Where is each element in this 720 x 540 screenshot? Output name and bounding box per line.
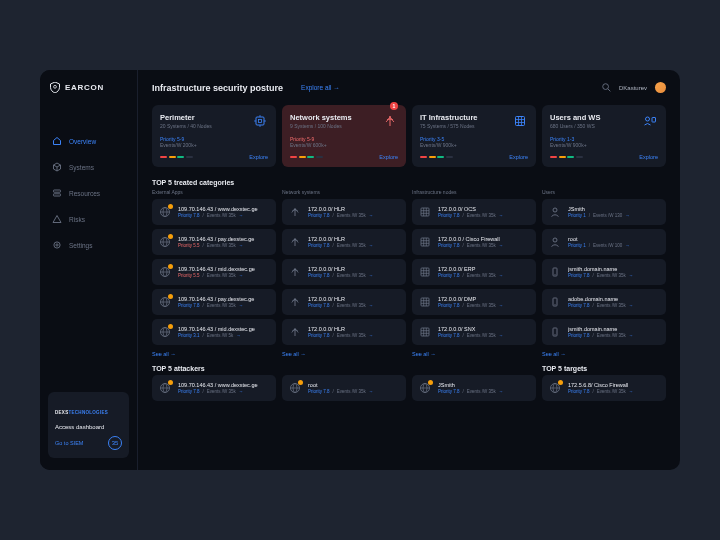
svg-line-6 bbox=[608, 89, 611, 92]
go-to-siem-link[interactable]: Go to SIEM bbox=[55, 440, 83, 446]
posture-cards: Perimeter 20 Systems / 40 Nodes Priority… bbox=[152, 105, 666, 167]
list-item[interactable]: 172.0.0.0/ SNX Priority 7.8 / Events /W … bbox=[412, 319, 536, 345]
arrow-icon: → bbox=[629, 389, 634, 394]
item-title: JSmith bbox=[438, 382, 530, 388]
alert-dot bbox=[168, 204, 173, 209]
item-meta: Priority 7.8 / Events /W 35k → bbox=[308, 389, 400, 394]
item-priority: Priority 3.1 bbox=[178, 333, 200, 338]
list-item[interactable]: 172.0.0.0/ HLR Priority 7.8 / Events /W … bbox=[282, 199, 406, 225]
item-meta: Priority 7.8 / Events /W 35k → bbox=[438, 333, 530, 338]
svg-point-20 bbox=[646, 117, 650, 121]
see-all-link[interactable]: See all → bbox=[152, 351, 276, 357]
posture-card[interactable]: Perimeter 20 Systems / 40 Nodes Priority… bbox=[152, 105, 276, 167]
item-events: Events /W 35k bbox=[467, 243, 496, 248]
svg-point-72 bbox=[553, 208, 557, 212]
item-priority: Priority 7.8 bbox=[178, 213, 200, 218]
list-item[interactable]: 109.70.146.43 / pay.dexstec.ge Priority … bbox=[152, 229, 276, 255]
dashboard-tag-b: TECHNOLOGIES bbox=[68, 410, 108, 415]
arrow-icon: → bbox=[499, 273, 504, 278]
item-events: Events /W 35k bbox=[337, 213, 366, 218]
treated-columns: External Apps 109.70.146.43 / www.dexste… bbox=[152, 189, 666, 357]
explore-link[interactable]: Explore bbox=[509, 154, 528, 160]
item-priority: Priority 7.8 bbox=[308, 273, 330, 278]
list-item[interactable]: 172.0.0.0/ HLR Priority 7.8 / Events /W … bbox=[282, 229, 406, 255]
item-events: Events /W 35k bbox=[337, 243, 366, 248]
item-events: Events /W 35k bbox=[337, 303, 366, 308]
see-all-link[interactable]: See all → bbox=[542, 351, 666, 357]
nav-label: Risks bbox=[69, 216, 85, 223]
list-item[interactable]: root Priority 1 / Events /W 100 → bbox=[542, 229, 666, 255]
username: DKasturev bbox=[619, 85, 647, 91]
nav-item-settings[interactable]: Settings bbox=[48, 236, 129, 254]
list-item[interactable]: JSmith Priority 1 / Events /W 130 → bbox=[542, 199, 666, 225]
arrow-icon: → bbox=[369, 273, 374, 278]
nav-item-systems[interactable]: Systems bbox=[48, 158, 129, 176]
arrow-icon: → bbox=[239, 213, 244, 218]
grid-icon bbox=[418, 325, 432, 339]
dashboard-count[interactable]: 35 bbox=[108, 436, 122, 450]
antenna-icon bbox=[288, 295, 302, 309]
card-events: Events/W 200k+ bbox=[160, 142, 268, 148]
item-title: 109.70.146.43 / pay.dexstec.ge bbox=[178, 236, 270, 242]
list-item[interactable]: 109.70.146.43 / www.dexstec.ge Priority … bbox=[152, 375, 276, 401]
list-item[interactable]: 172.0.0.0/ DMP Priority 7.8 / Events /W … bbox=[412, 289, 536, 315]
arrow-icon: → bbox=[239, 273, 244, 278]
item-priority: Priority 7.8 bbox=[438, 303, 460, 308]
ws-icon bbox=[548, 295, 562, 309]
list-item[interactable]: 172.0.0.0 / Cisco Firewall Priority 7.8 … bbox=[412, 229, 536, 255]
arrow-icon: → bbox=[499, 333, 504, 338]
explore-all-link[interactable]: Explore all → bbox=[301, 84, 340, 91]
list-item[interactable]: 109.70.146.43 / mid.dexstec.ge Priority … bbox=[152, 319, 276, 345]
list-item[interactable]: 172.0.0.0/ HLR Priority 7.8 / Events /W … bbox=[282, 319, 406, 345]
explore-link[interactable]: Explore bbox=[379, 154, 398, 160]
nav-item-risks[interactable]: Risks bbox=[48, 210, 129, 228]
list-item[interactable]: jsmith.domain.name Priority 7.8 / Events… bbox=[542, 259, 666, 285]
card-events: Events/W 900k+ bbox=[550, 142, 658, 148]
layers-icon bbox=[52, 188, 62, 198]
list-item[interactable]: 172.5.6.8/ Cisco Firewall Priority 7.8 /… bbox=[542, 375, 666, 401]
arrow-icon: → bbox=[625, 213, 630, 218]
see-all-link[interactable]: See all → bbox=[282, 351, 406, 357]
list-item[interactable]: 172.0.0.0/ ERP Priority 7.8 / Events /W … bbox=[412, 259, 536, 285]
gear-icon bbox=[52, 240, 62, 250]
posture-card[interactable]: Users and WS 680 Users / 350 WS Priority… bbox=[542, 105, 666, 167]
arrow-icon: → bbox=[369, 389, 374, 394]
sidebar: EARCON OverviewSystemsResourcesRisksSett… bbox=[40, 70, 138, 470]
svg-rect-1 bbox=[54, 190, 61, 192]
list-item[interactable]: 109.70.146.43 / www.dexstec.ge Priority … bbox=[152, 199, 276, 225]
item-title: 172.0.0.0/ SNX bbox=[438, 326, 530, 332]
ws-icon bbox=[548, 325, 562, 339]
warning-icon bbox=[52, 214, 62, 224]
nav-item-overview[interactable]: Overview bbox=[48, 132, 129, 150]
posture-card[interactable]: IT Infrastructure 75 Systems / 575 Nodes… bbox=[412, 105, 536, 167]
item-priority: Priority 7.8 bbox=[308, 303, 330, 308]
targets-title: TOP 5 targets bbox=[542, 365, 666, 372]
list-item[interactable]: root Priority 7.8 / Events /W 35k → bbox=[282, 375, 406, 401]
svg-rect-62 bbox=[421, 298, 429, 306]
list-item[interactable]: JSmith Priority 7.8 / Events /W 35k → bbox=[412, 375, 536, 401]
list-item[interactable]: 172.0.0.0/ HLR Priority 7.8 / Events /W … bbox=[282, 259, 406, 285]
item-title: 172.0.0.0/ HLR bbox=[308, 326, 400, 332]
arrow-icon: → bbox=[629, 333, 634, 338]
list-item[interactable]: adobe.domain.name Priority 7.8 / Events … bbox=[542, 289, 666, 315]
posture-card[interactable]: 1 Network systems 9 Systems / 100 Nodes … bbox=[282, 105, 406, 167]
list-item[interactable]: 172.0.0.0/ HLR Priority 7.8 / Events /W … bbox=[282, 289, 406, 315]
explore-link[interactable]: Explore bbox=[249, 154, 268, 160]
nav: OverviewSystemsResourcesRisksSettings bbox=[48, 132, 129, 392]
item-title: 109.70.146.43 / www.dexstec.ge bbox=[178, 382, 270, 388]
column-header: Users bbox=[542, 189, 666, 195]
list-item[interactable]: jsmith.domain.name Priority 7.8 / Events… bbox=[542, 319, 666, 345]
list-item[interactable]: 109.70.146.43 / mid.dexstec.ge Priority … bbox=[152, 259, 276, 285]
svg-rect-2 bbox=[54, 194, 61, 196]
item-events: Events /W 100 bbox=[593, 243, 622, 248]
list-item[interactable]: 172.0.0.0/ OCS Priority 7.8 / Events /W … bbox=[412, 199, 536, 225]
explore-link[interactable]: Explore bbox=[639, 154, 658, 160]
search-icon[interactable] bbox=[602, 83, 611, 92]
list-item[interactable]: 109.70.146.43 / pay.dexstec.ge Priority … bbox=[152, 289, 276, 315]
see-all-link[interactable]: See all → bbox=[412, 351, 536, 357]
card-subtitle: 20 Systems / 40 Nodes bbox=[160, 123, 212, 129]
svg-rect-7 bbox=[256, 117, 264, 125]
item-meta: Priority 3.1 / Events /W 5k → bbox=[178, 333, 270, 338]
nav-item-resources[interactable]: Resources bbox=[48, 184, 129, 202]
avatar[interactable] bbox=[655, 82, 666, 93]
